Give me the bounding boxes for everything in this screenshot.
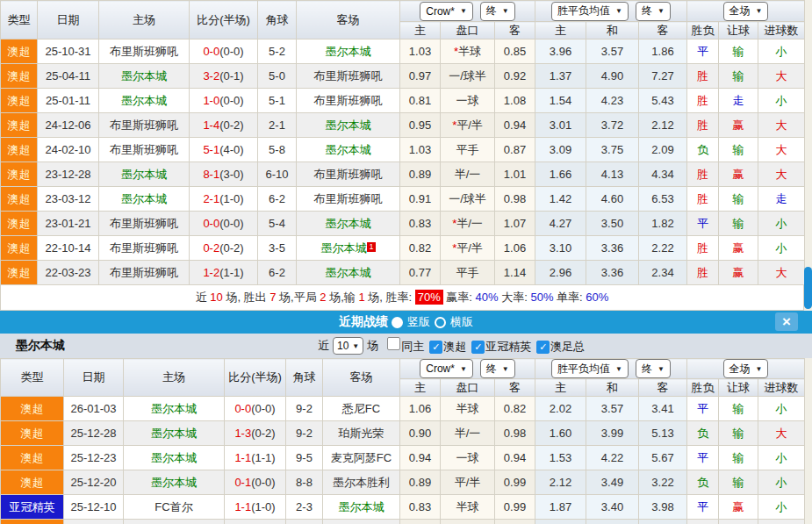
corner-score: 9-2: [286, 397, 323, 421]
scrollbar-thumb[interactable]: [804, 267, 812, 309]
chevron-down-icon: ▼: [756, 7, 763, 15]
fulltime-score: 1-1: [234, 500, 251, 513]
view-radio-vertical[interactable]: [392, 317, 403, 328]
scope-select-group: 全场▼: [687, 359, 805, 379]
away-team-name: 墨尔本城: [326, 143, 371, 156]
result-goals: 小: [758, 446, 805, 470]
away-team-name: 墨尔本城: [339, 500, 384, 513]
col-corner: 角球: [258, 1, 297, 39]
handicap: 一/球半: [441, 64, 495, 89]
handicap: 半/一: [441, 162, 495, 187]
select-value: 终: [642, 4, 652, 18]
match-date: 25-01-11: [38, 89, 99, 113]
filter-checkbox-label: 亚冠精英: [485, 340, 531, 353]
avg-draw: 4.13: [586, 162, 639, 187]
fulltime-score: 0-0: [234, 402, 251, 415]
result-handicap: [719, 520, 758, 524]
league-badge: 澳超: [1, 470, 64, 495]
match-date: [64, 520, 124, 524]
col-crow-away: 客: [495, 379, 535, 397]
handicap: 半球: [441, 397, 495, 421]
view-radio-horizontal[interactable]: [435, 317, 446, 328]
odds-away: 0.92: [495, 64, 535, 89]
league-badge: 澳超: [1, 89, 38, 113]
team-name: 墨尔本城: [16, 338, 65, 354]
col-score: 比分(半场): [225, 359, 286, 397]
card-count-badge: 1: [367, 242, 375, 252]
result-handicap: 赢: [719, 113, 758, 138]
chevron-down-icon: ▼: [460, 7, 467, 15]
select-value: 胜平负均值: [557, 362, 610, 377]
away-team-name: 悉尼FC: [342, 402, 380, 415]
score: 1-4(0-2): [190, 113, 258, 138]
final-select-2[interactable]: 终▼: [636, 359, 671, 378]
result-handicap: 输: [719, 421, 758, 446]
away-team: 墨尔本城: [297, 113, 400, 138]
odds-away: 1.06: [495, 236, 535, 261]
odds-away: 1.01: [495, 162, 535, 187]
summary-text: 近: [196, 291, 211, 304]
score: 0-0(0-0): [190, 212, 258, 236]
league-badge: 亚冠精英: [1, 495, 64, 520]
col-away: 客场: [323, 359, 400, 397]
handicap: 一球: [441, 446, 495, 470]
odds-away: 0.99: [495, 470, 535, 495]
avg-away: 4.34: [639, 162, 687, 187]
home-team: 布里斯班狮吼: [99, 236, 190, 261]
league-filter-checkboxes: 同主✓澳超✓亚冠精英✓澳足总: [382, 337, 585, 355]
table-row: 澳超: [1, 520, 805, 524]
col-result-goals: 进球数: [758, 22, 805, 39]
avg-away: 1.86: [639, 39, 687, 64]
final-select[interactable]: 终▼: [480, 2, 515, 21]
result-wdl: 负: [687, 138, 719, 162]
away-team-name: 墨尔本城: [326, 118, 371, 132]
handicap: 平手: [441, 138, 495, 162]
summary-text: 1: [358, 291, 364, 304]
odds-home: 0.97: [400, 64, 441, 89]
view-toggle-group: 竖版横版: [392, 314, 473, 330]
result-handicap: 输: [719, 187, 758, 212]
full-match-select[interactable]: 全场▼: [723, 2, 769, 21]
select-value: 全场: [729, 362, 751, 377]
avg-home: 1.66: [535, 162, 586, 187]
filter-checkbox-2[interactable]: ✓: [471, 341, 485, 354]
score: 1-1(1-0): [225, 495, 286, 520]
filter-checkbox-1[interactable]: ✓: [429, 341, 442, 354]
league-badge: 澳超: [1, 236, 38, 261]
col-handicap: 盘口: [441, 22, 495, 39]
score: [225, 520, 286, 524]
league-badge: 澳超: [1, 162, 38, 187]
crow-select[interactable]: Crow*▼: [420, 2, 473, 21]
close-button[interactable]: ×: [775, 312, 798, 331]
match-date: 25-10-31: [38, 39, 99, 64]
wdl-avg-select[interactable]: 胜平负均值▼: [551, 2, 629, 21]
odds-home: 0.82: [400, 236, 441, 261]
result-goals: 小: [758, 212, 805, 236]
table-row: 澳超23-12-28墨尔本城8-1(3-0)6-10布里斯班狮吼0.89半/一1…: [1, 162, 805, 187]
wdl-avg-select[interactable]: 胜平负均值▼: [551, 359, 629, 378]
home-team: 布里斯班狮吼: [99, 212, 190, 236]
final-select[interactable]: 终▼: [480, 359, 515, 378]
crow-select[interactable]: Crow*▼: [420, 359, 473, 378]
corner-score: 6-2: [258, 261, 297, 285]
result-handicap: 赢: [719, 261, 758, 285]
match-count-select[interactable]: 10 ▼: [333, 337, 363, 355]
select-value: 终: [642, 362, 652, 377]
crow-select-group: Crow*▼终▼: [400, 1, 535, 22]
filter-checkbox-label: 同主: [401, 340, 424, 353]
filter-checkbox-0[interactable]: [387, 337, 400, 350]
avg-away: 5.13: [639, 421, 687, 446]
avg-draw: 4.23: [586, 89, 639, 113]
odds-away: 1.07: [495, 212, 535, 236]
avg-draw: 3.40: [586, 495, 639, 520]
chevron-down-icon: ▼: [502, 7, 509, 15]
filter-checkbox-3[interactable]: ✓: [536, 341, 550, 354]
full-match-select[interactable]: 全场▼: [723, 359, 769, 378]
avg-away: 1.82: [639, 212, 687, 236]
away-team: 墨尔本城: [297, 39, 400, 64]
result-wdl: 胜: [687, 162, 719, 187]
view-radio-label: 竖版: [407, 314, 430, 330]
avg-select-group: 胜平负均值▼终▼: [535, 359, 687, 379]
final-select-2[interactable]: 终▼: [636, 2, 671, 21]
odds-home: 0.83: [400, 495, 441, 520]
